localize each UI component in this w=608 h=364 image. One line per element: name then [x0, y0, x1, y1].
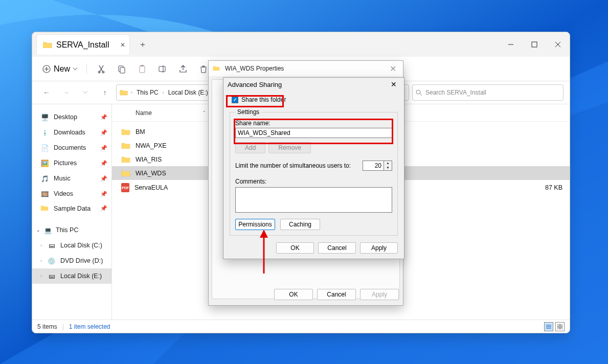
- navigation-pane: 🖥️Desktop📌 ⭳Downloads📌 📄Documents📌 🖼️Pic…: [32, 104, 112, 320]
- cut-icon[interactable]: [92, 60, 110, 78]
- pdf-icon: PDF: [121, 183, 129, 192]
- add-button[interactable]: Add: [235, 142, 265, 153]
- drive-icon: 🖴: [47, 271, 56, 281]
- folder-icon: [213, 65, 222, 73]
- properties-ok-button[interactable]: OK: [274, 289, 313, 300]
- nav-videos[interactable]: 🎞️Videos📌: [32, 186, 111, 201]
- comments-input[interactable]: [235, 187, 392, 213]
- properties-titlebar[interactable]: WIA_WDS Properties ✕: [209, 61, 403, 76]
- nav-drive-d[interactable]: ›💿DVD Drive (D:): [32, 253, 111, 268]
- svg-rect-11: [120, 67, 125, 73]
- comments-label: Comments:: [235, 178, 392, 185]
- maximize-button[interactable]: [523, 36, 546, 53]
- sort-ascending-icon: ˄: [203, 110, 206, 116]
- back-button[interactable]: ←: [38, 84, 55, 101]
- titlebar[interactable]: SERVA_Install ✕ ＋: [32, 32, 570, 57]
- advanced-sharing-dialog: Advanced Sharing ✕ ✓ Share this folder S…: [223, 77, 404, 259]
- advanced-sharing-title: Advanced Sharing: [228, 81, 282, 88]
- file-name: BM: [136, 128, 145, 135]
- svg-rect-12: [140, 66, 145, 73]
- pin-icon: 📌: [100, 145, 107, 151]
- spinner-up-icon[interactable]: ▲: [384, 161, 392, 166]
- chevron-down-icon: ⌄: [36, 228, 40, 233]
- copy-icon[interactable]: [112, 60, 131, 78]
- status-bar: 5 items | 1 item selected: [32, 320, 570, 333]
- limit-users-input[interactable]: [363, 161, 384, 171]
- folder-icon: [121, 155, 130, 163]
- folder-icon: [121, 142, 130, 149]
- caching-button[interactable]: Caching: [280, 219, 320, 230]
- new-button[interactable]: New: [38, 62, 81, 76]
- limit-users-label: Limit the number of simultaneous users t…: [235, 162, 351, 169]
- nav-music[interactable]: 🎵Music📌: [32, 171, 111, 186]
- advanced-sharing-titlebar[interactable]: Advanced Sharing ✕: [223, 78, 404, 91]
- remove-button[interactable]: Remove: [268, 142, 311, 153]
- close-icon[interactable]: ✕: [388, 80, 400, 88]
- adv-cancel-button[interactable]: Cancel: [318, 242, 356, 254]
- checkbox-checked-icon: ✓: [232, 97, 238, 103]
- limit-users-spinner[interactable]: ▲▼: [363, 161, 392, 171]
- nav-desktop[interactable]: 🖥️Desktop📌: [32, 109, 111, 125]
- status-item-count: 5 items: [37, 323, 57, 330]
- share-icon[interactable]: [174, 60, 192, 78]
- svg-rect-24: [560, 327, 562, 329]
- file-name: WIA_RIS: [136, 156, 162, 163]
- rename-icon[interactable]: [153, 60, 172, 78]
- folder-icon: [120, 89, 129, 97]
- column-name[interactable]: Name: [136, 109, 152, 117]
- chevron-right-icon: ›: [40, 258, 42, 263]
- file-name: ServaEULA: [134, 184, 168, 191]
- svg-rect-14: [159, 66, 165, 72]
- properties-title: WIA_WDS Properties: [225, 65, 284, 72]
- nav-downloads[interactable]: ⭳Downloads📌: [32, 125, 111, 140]
- nav-thispc[interactable]: ⌄💻This PC: [32, 222, 111, 238]
- close-button[interactable]: [546, 36, 570, 53]
- pictures-icon: 🖼️: [40, 158, 50, 168]
- svg-rect-13: [141, 65, 144, 66]
- paste-icon[interactable]: [133, 60, 151, 78]
- permissions-button[interactable]: Permissions: [235, 219, 275, 230]
- drive-icon: 🖴: [47, 241, 56, 250]
- breadcrumb-thispc[interactable]: This PC: [134, 88, 161, 97]
- file-size: 87 KB: [545, 184, 562, 191]
- tab-title: SERVA_Install: [56, 40, 109, 50]
- properties-apply-button[interactable]: Apply: [360, 289, 399, 300]
- file-name: WIA_WDS: [136, 170, 166, 177]
- nav-documents[interactable]: 📄Documents📌: [32, 140, 111, 155]
- view-details-button[interactable]: [544, 322, 553, 331]
- nav-pictures[interactable]: 🖼️Pictures📌: [32, 155, 111, 171]
- new-tab-button[interactable]: ＋: [135, 39, 150, 50]
- share-name-input[interactable]: [235, 128, 392, 138]
- close-icon[interactable]: ✕: [387, 64, 399, 74]
- videos-icon: 🎞️: [40, 189, 50, 198]
- folder-icon: [121, 128, 130, 135]
- tab-close-icon[interactable]: ✕: [120, 41, 125, 49]
- minimize-button[interactable]: [499, 36, 523, 53]
- adv-apply-button[interactable]: Apply: [360, 242, 398, 254]
- status-selected: 1 item selected: [69, 323, 110, 330]
- search-input[interactable]: Search SERVA_Install: [412, 84, 564, 101]
- view-icons-button[interactable]: [555, 322, 565, 331]
- nav-drive-c[interactable]: ›🖴Local Disk (C:): [32, 238, 111, 253]
- properties-cancel-button[interactable]: Cancel: [317, 289, 356, 300]
- thispc-icon: 💻: [43, 225, 53, 235]
- tab-serva-install[interactable]: SERVA_Install ✕: [36, 34, 130, 55]
- nav-sampledata[interactable]: Sample Data📌: [32, 201, 111, 215]
- breadcrumb-drive[interactable]: Local Disk (E:): [166, 88, 210, 97]
- share-this-folder-checkbox[interactable]: ✓ Share this folder: [230, 94, 398, 105]
- nav-drive-e[interactable]: ›🖴Local Disk (E:): [32, 268, 111, 284]
- settings-legend: Settings: [235, 108, 261, 116]
- downloads-icon: ⭳: [40, 128, 50, 137]
- up-button[interactable]: ↑: [97, 84, 113, 101]
- forward-button[interactable]: →: [58, 84, 74, 101]
- folder-icon: [121, 169, 130, 177]
- chevron-right-icon: ›: [40, 274, 42, 279]
- adv-ok-button[interactable]: OK: [276, 242, 314, 254]
- chevron-right-icon: ›: [40, 243, 42, 248]
- pin-icon: 📌: [100, 114, 107, 121]
- dvd-icon: 💿: [47, 256, 56, 265]
- pin-icon: 📌: [100, 205, 107, 212]
- folder-icon: [40, 204, 50, 212]
- spinner-down-icon[interactable]: ▼: [384, 166, 392, 170]
- recent-locations-chevron[interactable]: [77, 84, 94, 101]
